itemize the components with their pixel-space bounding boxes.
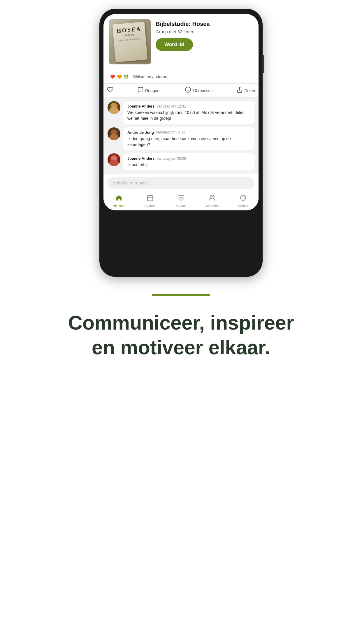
reaction-emojis: ❤️ 🧡 🌿: [109, 73, 130, 80]
share-icon: [236, 87, 243, 94]
comment-bubble-3: Joanne Anders vandaag om 09:08 Ik ben er…: [123, 153, 254, 170]
compose-input[interactable]: Schrijf een reactie...: [108, 177, 254, 189]
comment-author-1: Joanne Anders: [127, 104, 154, 108]
comments-section: Joanne Anders vandaag om 12:31 We spreke…: [103, 98, 259, 174]
comment-bubble-1: Joanne Anders vandaag om 12:31 We spreke…: [123, 101, 254, 124]
comment-author-3: Joanne Anders: [127, 156, 154, 161]
reaction-emoji-leaf: 🌿: [122, 73, 130, 80]
group-members: Groep met 32 leden.: [156, 29, 253, 34]
comment-author-2: Andre de Jong: [127, 130, 154, 135]
share-action[interactable]: Delen: [236, 87, 255, 94]
comment-time-1: vandaag om 12:31: [157, 104, 186, 108]
comment-label: Reageer: [145, 88, 161, 93]
phone-shell: HOSEA 753-723 BC God's Love for a Sinnin…: [99, 9, 263, 277]
nav-label-ontdek: Ontdek: [238, 204, 248, 207]
home-icon: [115, 194, 122, 203]
comment-text-1: We spreken waarschijnlijk rond 10:00 af.…: [127, 110, 250, 122]
reactions-icon: [185, 87, 191, 94]
comment-header-3: Joanne Anders vandaag om 09:08: [127, 156, 250, 161]
marketing-divider: [152, 294, 210, 296]
nav-item-geven[interactable]: Geven: [172, 194, 190, 207]
reactions-action[interactable]: 10 reacties: [185, 87, 212, 94]
phone-screen: HOSEA 753-723 BC God's Love for a Sinnin…: [103, 14, 259, 210]
comment-item-2: Andre de Jong vandaag om 09:12 Ik doe gr…: [108, 127, 254, 151]
comment-bubble-2: Andre de Jong vandaag om 09:12 Ik doe gr…: [123, 127, 254, 151]
comment-action[interactable]: Reageer: [137, 87, 161, 94]
hosea-book-desc: God's Love for a Sinning...: [117, 37, 142, 42]
reactions-row: ❤️ 🧡 🌿 Willem en anderen: [103, 70, 259, 84]
avatar-joanne1: [108, 101, 120, 114]
avatar-andre: [108, 127, 120, 140]
comment-icon: [137, 87, 144, 94]
comment-time-3: vandaag om 09:08: [157, 156, 186, 161]
like-action[interactable]: [107, 87, 113, 94]
svg-point-8: [240, 195, 246, 200]
comment-header-2: Andre de Jong vandaag om 09:12: [127, 130, 250, 135]
group-image-inner: HOSEA 753-723 BC God's Love for a Sinnin…: [109, 19, 151, 64]
group-card: HOSEA 753-723 BC God's Love for a Sinnin…: [103, 14, 259, 70]
nav-item-mijn-kerk[interactable]: Mijn kerk: [110, 194, 128, 207]
nav-item-gemeente[interactable]: Gemeente: [203, 194, 221, 207]
group-image: HOSEA 753-723 BC God's Love for a Sinnin…: [109, 19, 151, 64]
hosea-book-title: HOSEA: [116, 25, 142, 34]
discover-icon: [240, 194, 247, 203]
svg-rect-2: [147, 196, 153, 201]
like-icon: [107, 87, 113, 94]
marketing-headline: Communiceer, inspireer en motiveer elkaa…: [64, 310, 298, 360]
group-title: Bijbelstudie: Hosea: [156, 20, 253, 27]
calendar-icon: [147, 194, 154, 203]
comment-header-1: Joanne Anders vandaag om 12:31: [127, 104, 250, 108]
nav-label-geven: Geven: [176, 204, 186, 207]
share-label: Delen: [244, 88, 255, 93]
hosea-book: HOSEA 753-723 BC God's Love for a Sinnin…: [112, 22, 147, 62]
compose-bar: Schrijf een reactie...: [103, 174, 259, 192]
marketing-section: Communiceer, inspireer en motiveer elkaa…: [0, 277, 362, 377]
bottom-nav: Mijn kerk Agenda: [103, 192, 259, 210]
avatar-joanne2: [108, 153, 120, 166]
comment-text-2: Ik doe graag mee, maar hoe laat komen we…: [127, 136, 250, 148]
group-info: Bijbelstudie: Hosea Groep met 32 leden. …: [156, 19, 253, 51]
gemeente-icon: [208, 194, 215, 203]
phone-wrapper: HOSEA 753-723 BC God's Love for a Sinnin…: [0, 0, 362, 277]
nav-label-agenda: Agenda: [145, 204, 156, 207]
nav-label-gemeente: Gemeente: [205, 204, 219, 207]
comment-time-2: vandaag om 09:12: [156, 130, 185, 134]
geven-icon: [178, 194, 184, 203]
reactions-label: 10 reacties: [193, 88, 212, 93]
comment-text-3: Ik ben erbij!: [127, 162, 250, 168]
comment-item-3: Joanne Anders vandaag om 09:08 Ik ben er…: [108, 153, 254, 170]
svg-point-7: [212, 196, 214, 197]
hosea-book-year: 753-723 BC: [123, 33, 136, 37]
svg-point-6: [210, 196, 212, 197]
reaction-text: Willem en anderen: [133, 74, 167, 79]
comment-item-1: Joanne Anders vandaag om 12:31 We spreke…: [108, 101, 254, 124]
nav-item-ontdek[interactable]: Ontdek: [234, 194, 252, 207]
nav-item-agenda[interactable]: Agenda: [141, 194, 159, 207]
action-bar: Reageer 10 reacties: [103, 84, 259, 98]
join-button[interactable]: Word lid: [156, 38, 193, 51]
nav-label-mijn-kerk: Mijn kerk: [113, 204, 125, 207]
